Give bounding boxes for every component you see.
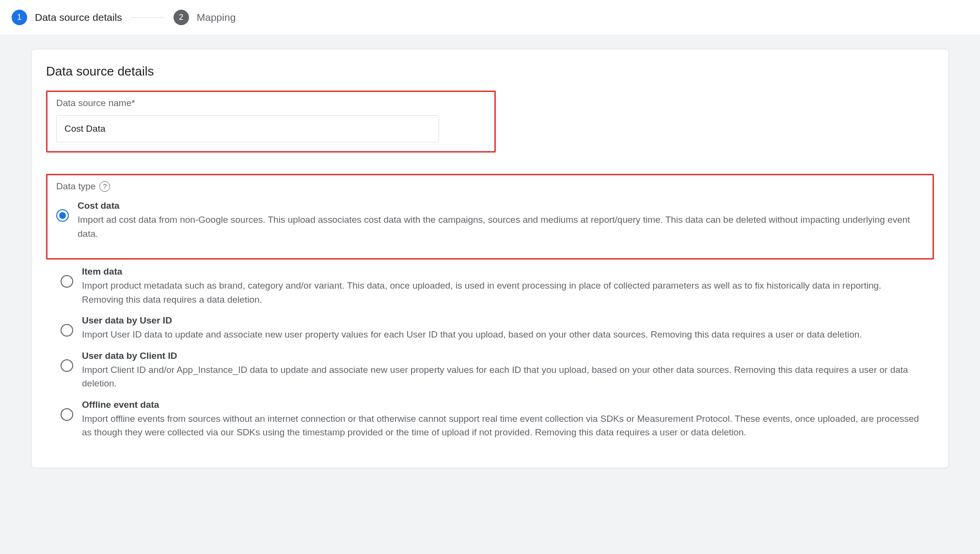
radio-offline-event-desc: Import offline events from sources witho… xyxy=(82,412,919,440)
radio-item-data-title: Item data xyxy=(82,266,919,277)
radio-offline-event[interactable]: Offline event data Import offline events… xyxy=(61,400,919,440)
radio-cost-data[interactable]: Cost data Import ad cost data from non-G… xyxy=(56,200,924,241)
name-field-label: Data source name* xyxy=(56,98,486,108)
radio-client-id-desc: Import Client ID and/or App_Instance_ID … xyxy=(82,363,919,391)
radio-client-id-text: User data by Client ID Import Client ID … xyxy=(82,351,919,391)
radio-user-id-desc: Import User ID data to update and associ… xyxy=(82,328,919,342)
step-number-2: 2 xyxy=(174,10,189,25)
section-title: Data source details xyxy=(46,64,934,79)
data-type-label-text: Data type xyxy=(56,181,95,192)
radio-cost-data-control[interactable] xyxy=(56,209,69,222)
content-area: Data source details Data source name* Da… xyxy=(0,35,980,554)
radio-cost-data-title: Cost data xyxy=(78,200,924,211)
step-number-1: 1 xyxy=(12,10,27,25)
radio-user-id-text: User data by User ID Import User ID data… xyxy=(82,315,919,342)
step-connector xyxy=(131,17,165,18)
card: Data source details Data source name* Da… xyxy=(31,49,949,468)
radio-item-data-text: Item data Import product metadata such a… xyxy=(82,266,919,307)
step-1[interactable]: 1 Data source details xyxy=(12,10,122,25)
radio-client-id-title: User data by Client ID xyxy=(82,351,919,361)
radio-list-inside: Cost data Import ad cost data from non-G… xyxy=(56,200,924,241)
help-icon[interactable]: ? xyxy=(99,181,110,192)
radio-offline-event-text: Offline event data Import offline events… xyxy=(82,400,919,440)
radio-item-data-control[interactable] xyxy=(61,275,73,288)
radio-user-id-control[interactable] xyxy=(61,324,73,337)
radio-client-id-control[interactable] xyxy=(61,359,73,372)
radio-item-data-desc: Import product metadata such as brand, c… xyxy=(82,279,919,307)
stepper: 1 Data source details 2 Mapping xyxy=(0,0,980,35)
step-label-2: Mapping xyxy=(197,12,236,23)
data-type-label: Data type ? xyxy=(56,181,924,192)
type-highlight: Data type ? Cost data Import ad cost dat… xyxy=(46,174,934,260)
step-label-1: Data source details xyxy=(35,12,122,23)
radio-cost-data-text: Cost data Import ad cost data from non-G… xyxy=(78,200,924,241)
radio-offline-event-control[interactable] xyxy=(61,408,73,421)
radio-user-id-title: User data by User ID xyxy=(82,315,919,326)
radio-cost-data-desc: Import ad cost data from non-Google sour… xyxy=(78,213,924,241)
data-source-name-input[interactable] xyxy=(56,115,439,142)
step-2[interactable]: 2 Mapping xyxy=(174,10,236,25)
radio-item-data[interactable]: Item data Import product metadata such a… xyxy=(61,266,919,307)
radio-user-id[interactable]: User data by User ID Import User ID data… xyxy=(61,315,919,342)
radio-offline-event-title: Offline event data xyxy=(82,400,919,410)
radio-list-outside: Item data Import product metadata such a… xyxy=(46,266,934,440)
name-highlight: Data source name* xyxy=(46,91,496,153)
radio-client-id[interactable]: User data by Client ID Import Client ID … xyxy=(61,351,919,391)
